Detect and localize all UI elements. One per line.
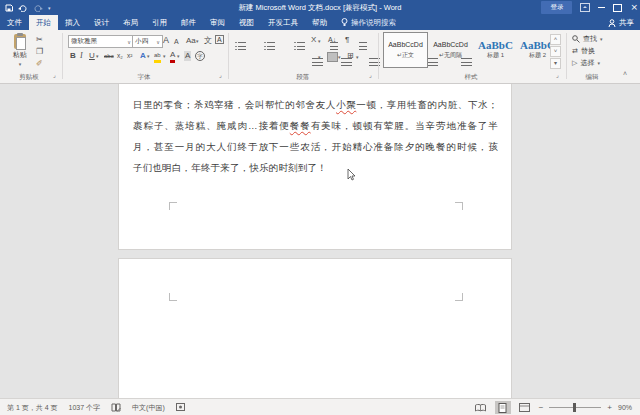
ribbon-tab-bar: 文件 开始 插入 设计 布局 引用 邮件 审阅 视图 开发工具 帮助 操作说明搜… bbox=[0, 15, 640, 30]
tab-mailings[interactable]: 邮件 bbox=[174, 15, 203, 30]
shrink-font-icon[interactable]: A bbox=[174, 37, 179, 47]
page-2[interactable] bbox=[118, 258, 512, 398]
format-painter-icon[interactable]: ✐ bbox=[36, 59, 43, 69]
font-name-combo[interactable]: 微软雅黑 ∨ bbox=[68, 35, 134, 48]
bold-button[interactable]: B bbox=[70, 51, 76, 61]
font-name-dropdown-icon: ∨ bbox=[127, 39, 131, 45]
styles-scroll-up-icon[interactable]: ˄ bbox=[550, 34, 561, 45]
doc-line-2[interactable]: 月，甚至一月的大人们终于放下一些农活，开始精心准备除夕的晚餐的时候，孩 bbox=[133, 136, 498, 157]
tab-developer[interactable]: 开发工具 bbox=[261, 15, 305, 30]
zoom-in-icon[interactable]: + bbox=[607, 403, 612, 412]
zoom-slider-thumb[interactable] bbox=[573, 403, 576, 412]
sign-in-button[interactable]: 登录 bbox=[541, 1, 572, 14]
tab-review[interactable]: 审阅 bbox=[203, 15, 232, 30]
style-preview: AaBbCcDd bbox=[388, 41, 423, 49]
tab-home[interactable]: 开始 bbox=[29, 15, 58, 30]
web-layout-button[interactable] bbox=[517, 401, 533, 414]
superscript-button[interactable]: x² bbox=[127, 51, 132, 61]
phonetic-guide-icon[interactable]: 文 bbox=[204, 36, 212, 46]
font-dialog-launcher-icon[interactable]: ⌟ bbox=[219, 72, 222, 78]
paste-button[interactable]: 粘贴 ▾ bbox=[7, 34, 33, 76]
page-number-status[interactable]: 第 1 页，共 4 页 bbox=[7, 403, 58, 413]
zoom-slider[interactable] bbox=[549, 407, 601, 408]
copy-icon[interactable]: ❐ bbox=[36, 47, 43, 57]
styles-scroll-down-icon[interactable]: ˅ bbox=[550, 46, 561, 57]
search-icon bbox=[572, 35, 580, 43]
style-preview: AaBbC bbox=[478, 41, 513, 49]
styles-more-icon[interactable]: ▾ bbox=[550, 58, 561, 69]
language-status[interactable]: 中文(中国) bbox=[132, 403, 165, 413]
change-case-icon[interactable]: Aa bbox=[186, 36, 196, 46]
grow-font-icon[interactable]: A bbox=[163, 35, 169, 45]
style-name: 标题 2 bbox=[529, 51, 546, 60]
close-icon[interactable]: × bbox=[630, 0, 638, 15]
word-count-status[interactable]: 1037 个字 bbox=[69, 403, 101, 413]
shading-icon[interactable] bbox=[327, 52, 338, 62]
font-size-dropdown-icon: ∨ bbox=[156, 39, 160, 45]
ribbon-display-options-icon[interactable] bbox=[580, 3, 590, 12]
font-size-value: 小四 bbox=[135, 37, 148, 46]
doc-line-0[interactable]: 日里的零食；杀鸡宰猪，会叫帮忙的邻舍友人小聚一顿，享用牲畜的内脏、下水； bbox=[133, 94, 498, 115]
styles-dialog-launcher-icon[interactable]: ⌟ bbox=[556, 72, 559, 78]
maximize-icon[interactable] bbox=[613, 4, 622, 12]
highlight-color-icon[interactable]: ab bbox=[154, 50, 161, 63]
zoom-out-icon[interactable]: − bbox=[539, 403, 544, 412]
font-size-combo[interactable]: 小四 ∨ bbox=[132, 35, 163, 48]
window-controls: 登录 × bbox=[541, 0, 638, 15]
tab-layout[interactable]: 布局 bbox=[116, 15, 145, 30]
increase-indent-icon[interactable] bbox=[356, 41, 367, 50]
page-1[interactable]: 日里的零食；杀鸡宰猪，会叫帮忙的邻舍友人小聚一顿，享用牲畜的内脏、下水； 裹粽子… bbox=[118, 84, 512, 250]
minimize-icon[interactable] bbox=[598, 7, 605, 8]
paragraph-group-label: 段落 bbox=[230, 73, 376, 82]
sort-icon[interactable]: A↓ bbox=[328, 35, 336, 45]
tab-references[interactable]: 引用 bbox=[145, 15, 174, 30]
character-border-icon[interactable]: A bbox=[215, 35, 224, 44]
clipboard-dialog-launcher-icon[interactable]: ⌟ bbox=[53, 72, 56, 78]
style-heading-1[interactable]: AaBbC 标题 1 bbox=[474, 33, 517, 67]
cut-icon[interactable]: ✂ bbox=[36, 35, 43, 45]
share-label: 共享 bbox=[619, 18, 634, 28]
find-button[interactable]: 查找 ▾ bbox=[572, 34, 603, 44]
select-button[interactable]: ▷ 选择 ▾ bbox=[572, 58, 600, 68]
read-mode-button[interactable] bbox=[473, 401, 489, 414]
share-button[interactable]: 共享 bbox=[608, 15, 634, 30]
multilevel-list-icon[interactable] bbox=[294, 41, 305, 50]
text-effects-icon[interactable]: A bbox=[140, 51, 146, 61]
text-effects-caret-icon: ▾ bbox=[147, 53, 150, 59]
print-layout-button[interactable] bbox=[495, 401, 511, 414]
subscript-button[interactable]: x₂ bbox=[117, 51, 123, 61]
tell-me-search[interactable]: 操作说明搜索 bbox=[334, 15, 403, 30]
borders-icon[interactable]: ⊞ bbox=[347, 51, 354, 61]
proofing-status-icon[interactable] bbox=[111, 403, 121, 413]
enclose-characters-icon[interactable]: 字 bbox=[195, 51, 205, 61]
paragraph-dialog-launcher-icon[interactable]: ⌟ bbox=[369, 72, 372, 78]
doc-line-3[interactable]: 子们也明白，年终于来了，快乐的时刻到了！ bbox=[133, 157, 498, 178]
macro-record-icon[interactable] bbox=[176, 403, 185, 412]
replace-button[interactable]: ⇄ 替换 bbox=[572, 46, 595, 56]
numbering-icon[interactable] bbox=[264, 41, 275, 50]
document-canvas[interactable]: 日里的零食；杀鸡宰猪，会叫帮忙的邻舍友人小聚一顿，享用牲畜的内脏、下水； 裹粽子… bbox=[0, 84, 640, 398]
zoom-level[interactable]: 90% bbox=[618, 404, 632, 411]
tab-design[interactable]: 设计 bbox=[87, 15, 116, 30]
bullets-icon[interactable] bbox=[235, 41, 246, 50]
style-no-spacing[interactable]: AaBbCcDd ↵无间隔 bbox=[429, 33, 472, 67]
tab-insert[interactable]: 插入 bbox=[58, 15, 87, 30]
collapse-ribbon-icon[interactable]: ˄ bbox=[623, 70, 627, 77]
tab-view[interactable]: 视图 bbox=[232, 15, 261, 30]
group-separator bbox=[228, 33, 229, 79]
asian-layout-icon[interactable]: X bbox=[311, 35, 316, 45]
tab-help[interactable]: 帮助 bbox=[305, 15, 334, 30]
document-text[interactable]: 日里的零食；杀鸡宰猪，会叫帮忙的邻舍友人小聚一顿，享用牲畜的内脏、下水； 裹粽子… bbox=[133, 94, 498, 178]
italic-button[interactable]: I bbox=[80, 51, 83, 61]
tab-file[interactable]: 文件 bbox=[0, 15, 29, 30]
style-normal[interactable]: AaBbCcDd ↵正文 bbox=[384, 33, 427, 67]
show-marks-icon[interactable]: ¶ bbox=[345, 35, 349, 45]
status-bar: 第 1 页，共 4 页 1037 个字 中文(中国) − + 90% bbox=[0, 398, 640, 415]
underline-button[interactable]: U bbox=[89, 51, 95, 61]
character-shading-icon[interactable]: A bbox=[184, 51, 191, 61]
font-color-icon[interactable]: A bbox=[170, 50, 175, 63]
doc-line-1[interactable]: 裹粽子、蒸培糕、腌咸肉…接着便餐餐有美味，顿顿有荤腥。当辛劳地准备了半 bbox=[133, 115, 498, 136]
strikethrough-button[interactable]: abc bbox=[104, 51, 114, 61]
borders-caret-icon: ▾ bbox=[356, 54, 359, 60]
status-right: − + 90% bbox=[473, 401, 640, 414]
